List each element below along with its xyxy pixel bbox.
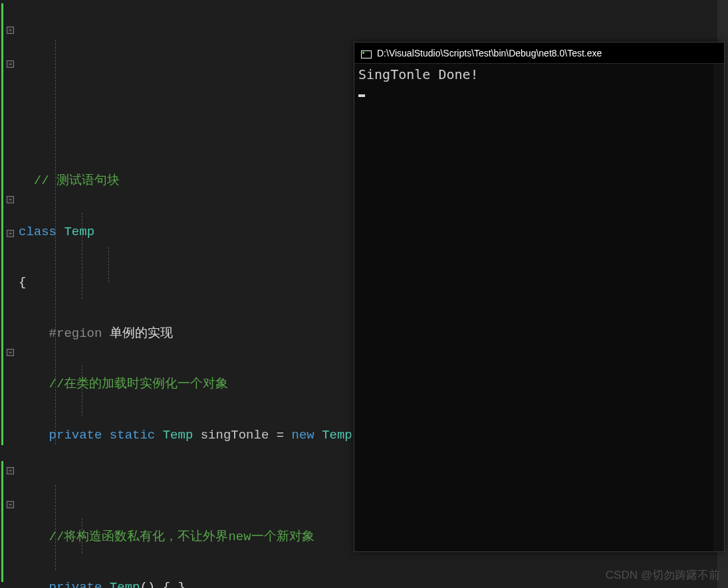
terminal-icon [361,48,372,58]
fold-box-icon[interactable]: - [7,60,14,68]
fold-box-icon[interactable]: - [7,230,14,237]
fold-box-icon[interactable]: - [7,27,14,34]
cursor-icon [358,94,365,97]
fold-box-icon[interactable]: - [7,196,14,203]
fold-box-icon[interactable]: - [7,467,14,474]
console-titlebar[interactable]: D:\VisualStudio\Scripts\Test\bin\Debug\n… [354,43,724,64]
console-window[interactable]: D:\VisualStudio\Scripts\Test\bin\Debug\n… [354,42,725,552]
code-line: private Temp() { } [19,579,728,588]
console-output: SingTonle Done! [354,64,724,103]
console-scrollbar[interactable] [713,64,724,551]
fold-gutter[interactable]: - - - - - - - [5,0,19,588]
fold-box-icon[interactable]: - [7,349,14,356]
console-title: D:\VisualStudio\Scripts\Test\bin\Debug\n… [377,48,602,58]
fold-box-icon[interactable]: - [7,501,14,508]
change-bar [0,0,5,588]
